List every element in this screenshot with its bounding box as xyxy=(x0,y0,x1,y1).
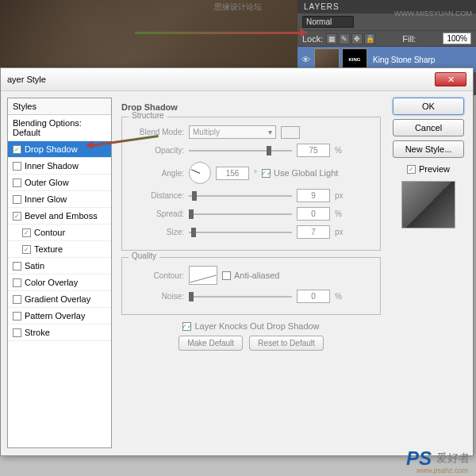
style-item-label: Drop Shadow xyxy=(25,144,78,154)
settings-pane: Drop Shadow Structure Blend Mode: Multip… xyxy=(118,98,384,448)
cancel-button[interactable]: Cancel xyxy=(393,119,464,136)
opacity-label: Opacity: xyxy=(129,146,184,155)
styles-header[interactable]: Styles xyxy=(8,98,111,115)
checkbox-icon[interactable] xyxy=(13,262,21,271)
lock-all-icon[interactable]: 🔒 xyxy=(364,33,375,44)
structure-label: Structure xyxy=(129,111,167,120)
noise-input[interactable]: 0 xyxy=(297,290,330,303)
styles-list: Styles Blending Options: Default ✓Drop S… xyxy=(7,98,112,448)
checkbox-icon[interactable]: ✓ xyxy=(13,145,21,154)
opacity-input[interactable]: 75 xyxy=(297,144,330,157)
angle-input[interactable]: 156 xyxy=(216,167,249,180)
style-item-inner-glow[interactable]: Inner Glow xyxy=(8,191,111,208)
style-item-label: Stroke xyxy=(25,328,50,337)
blending-options-item[interactable]: Blending Options: Default xyxy=(8,115,111,141)
preview-thumbnail xyxy=(401,181,455,228)
size-label: Size: xyxy=(129,228,184,236)
quality-label: Quality xyxy=(129,251,159,260)
style-item-outer-glow[interactable]: Outer Glow xyxy=(8,175,111,191)
style-item-label: Contour xyxy=(34,228,65,237)
angle-label: Angle: xyxy=(129,169,184,178)
close-button[interactable]: ✕ xyxy=(435,72,466,86)
checkbox-icon[interactable] xyxy=(13,178,21,187)
spread-label: Spread: xyxy=(129,209,184,218)
knockout-checkbox[interactable]: ✓Layer Knocks Out Drop Shadow xyxy=(121,321,381,331)
contour-picker[interactable] xyxy=(189,266,217,285)
noise-label: Noise: xyxy=(129,292,184,301)
style-item-color-overlay[interactable]: Color Overlay xyxy=(8,274,111,291)
unit-px: px xyxy=(335,228,344,236)
checkbox-icon[interactable] xyxy=(13,295,21,304)
logo-text: 爱好者 xyxy=(436,451,470,466)
checkbox-icon[interactable] xyxy=(13,278,21,287)
style-item-texture[interactable]: ✓Texture xyxy=(8,241,111,258)
style-item-label: Texture xyxy=(34,244,63,254)
style-item-inner-shadow[interactable]: Inner Shadow xyxy=(8,158,111,175)
distance-input[interactable]: 9 xyxy=(297,189,330,202)
fill-label: Fill: xyxy=(402,34,416,44)
style-item-label: Color Overlay xyxy=(25,278,78,287)
visibility-icon[interactable]: 👁 xyxy=(299,53,312,66)
blend-mode-select[interactable]: Normal xyxy=(302,16,354,28)
lock-pixel-icon[interactable]: ✎ xyxy=(339,33,350,44)
watermark-top: 思缘设计论坛 xyxy=(214,2,262,13)
noise-slider[interactable] xyxy=(189,296,292,298)
style-item-stroke[interactable]: Stroke xyxy=(8,324,111,341)
make-default-button[interactable]: Make Default xyxy=(178,336,243,351)
size-input[interactable]: 7 xyxy=(297,225,330,239)
distance-label: Distance: xyxy=(129,191,184,200)
checkbox-icon[interactable] xyxy=(13,195,21,204)
style-item-label: Gradient Overlay xyxy=(25,294,90,304)
fill-value[interactable]: 100% xyxy=(443,33,471,44)
style-item-label: Bevel and Emboss xyxy=(25,211,98,221)
checkbox-icon[interactable] xyxy=(13,328,21,337)
lock-position-icon[interactable]: ✥ xyxy=(351,33,363,44)
unit-degree: ° xyxy=(254,169,257,178)
color-swatch[interactable] xyxy=(281,126,300,139)
checkbox-icon[interactable]: ✓ xyxy=(22,228,31,237)
checkbox-icon[interactable] xyxy=(13,312,21,321)
spread-input[interactable]: 0 xyxy=(297,207,330,221)
contour-label: Contour: xyxy=(129,271,184,280)
lock-transparency-icon[interactable]: ▦ xyxy=(326,33,337,44)
blend-mode-combo[interactable]: Multiply xyxy=(189,125,276,139)
logo-url: www.psahz.com xyxy=(416,466,468,474)
annotation-arrow xyxy=(135,32,301,34)
checkbox-icon[interactable]: ✓ xyxy=(22,245,31,254)
spread-slider[interactable] xyxy=(189,213,292,215)
style-item-satin[interactable]: Satin xyxy=(8,258,111,274)
layer-style-dialog: ayer Style ✕ Styles Blending Options: De… xyxy=(0,67,474,456)
checkbox-icon[interactable] xyxy=(13,162,21,171)
layer-name: King Stone Sharp xyxy=(370,56,435,64)
style-item-pattern-overlay[interactable]: Pattern Overlay xyxy=(8,308,111,324)
opacity-slider[interactable] xyxy=(189,150,292,152)
anti-aliased-checkbox[interactable]: Anti-aliased xyxy=(222,271,279,280)
unit-px: px xyxy=(335,191,344,200)
angle-dial[interactable] xyxy=(189,162,211,184)
unit-percent: % xyxy=(335,292,342,301)
dialog-title: ayer Style xyxy=(7,75,46,84)
global-light-checkbox[interactable]: ✓Use Global Light xyxy=(262,168,338,178)
watermark-url: WWW.MISSYUAN.COM xyxy=(394,10,472,17)
style-item-label: Satin xyxy=(25,261,44,271)
checkbox-icon[interactable]: ✓ xyxy=(13,212,21,221)
style-item-bevel-and-emboss[interactable]: ✓Bevel and Emboss xyxy=(8,208,111,225)
style-item-label: Pattern Overlay xyxy=(25,311,85,321)
unit-percent: % xyxy=(335,209,342,218)
style-item-label: Inner Shadow xyxy=(25,161,79,171)
new-style-button[interactable]: New Style... xyxy=(393,140,464,158)
preview-checkbox[interactable]: ✓Preview xyxy=(407,164,450,174)
unit-percent: % xyxy=(335,146,342,155)
size-slider[interactable] xyxy=(189,232,292,233)
ok-button[interactable]: OK xyxy=(393,98,464,115)
style-item-gradient-overlay[interactable]: Gradient Overlay xyxy=(8,291,111,308)
style-item-label: Outer Glow xyxy=(25,178,69,187)
style-item-label: Inner Glow xyxy=(25,194,67,204)
style-item-contour[interactable]: ✓Contour xyxy=(8,225,111,241)
distance-slider[interactable] xyxy=(189,195,292,197)
reset-default-button[interactable]: Reset to Default xyxy=(249,336,324,351)
